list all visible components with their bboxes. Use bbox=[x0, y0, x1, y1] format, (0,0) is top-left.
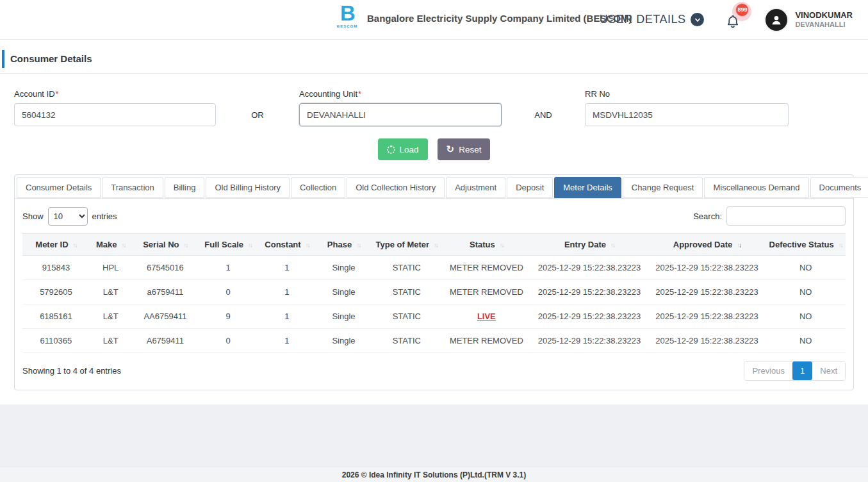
accounting-unit-label: Accounting Unit* bbox=[299, 89, 502, 99]
show-label: Show bbox=[22, 212, 44, 221]
cell-make: L&T bbox=[90, 280, 132, 304]
accounting-unit-field-group: Accounting Unit* bbox=[299, 89, 502, 126]
cell-entry-date: 2025-12-29 15:22:38.23223 bbox=[530, 304, 648, 329]
section-header: Consumer Details bbox=[0, 45, 868, 74]
tab-deposit[interactable]: Deposit bbox=[507, 177, 553, 198]
col-meter-id[interactable]: Meter ID bbox=[22, 234, 90, 256]
meter-details-table: Meter ID Make Serial No Full Scale Const… bbox=[22, 233, 846, 353]
cell-constant: 1 bbox=[258, 280, 316, 304]
sort-icon bbox=[73, 242, 77, 249]
cell-approved-date: 2025-12-29 15:22:38.23223 bbox=[648, 329, 766, 353]
col-phase[interactable]: Phase bbox=[316, 234, 371, 256]
cell-defective-status: NO bbox=[766, 280, 846, 304]
logo-letter: B bbox=[335, 3, 359, 24]
cell-approved-date: 2025-12-29 15:22:38.23223 bbox=[648, 280, 766, 304]
col-type-of-meter[interactable]: Type of Meter bbox=[371, 234, 442, 256]
notification-badge: 899 bbox=[735, 3, 749, 17]
required-asterisk: * bbox=[358, 89, 361, 99]
tab-miscellaneous-demand[interactable]: Miscellaneous Demand bbox=[704, 177, 808, 198]
chevron-down-icon bbox=[691, 13, 704, 26]
tab-old-collection-history[interactable]: Old Collection History bbox=[347, 177, 445, 198]
background-spacer bbox=[0, 404, 868, 467]
load-button[interactable]: Load bbox=[378, 138, 428, 160]
col-approved-date[interactable]: Approved Date bbox=[648, 234, 766, 256]
account-id-field-group: Account ID* bbox=[14, 89, 216, 126]
col-make[interactable]: Make bbox=[90, 234, 132, 256]
reset-button[interactable]: Reset bbox=[438, 138, 491, 160]
person-icon bbox=[769, 13, 783, 27]
cell-meter-id: 6110365 bbox=[22, 329, 90, 353]
col-serial-no[interactable]: Serial No bbox=[131, 234, 199, 256]
pagination-next[interactable]: Next bbox=[812, 362, 845, 380]
cell-full-scale: 0 bbox=[199, 280, 258, 304]
cell-status: METER REMOVED bbox=[443, 256, 531, 280]
pagination-previous[interactable]: Previous bbox=[744, 362, 792, 380]
page-title: Consumer Details bbox=[10, 53, 92, 64]
tab-old-billing-history[interactable]: Old Billing History bbox=[206, 177, 290, 198]
col-defective-status[interactable]: Defective Status bbox=[766, 234, 846, 256]
cell-phase: Single bbox=[316, 256, 371, 280]
cell-type-of-meter: STATIC bbox=[371, 280, 442, 304]
sort-icon bbox=[500, 242, 504, 249]
cell-constant: 1 bbox=[258, 304, 316, 329]
page-size-control: Show 10 entries bbox=[22, 207, 117, 226]
cell-type-of-meter: STATIC bbox=[371, 304, 442, 329]
tab-collection[interactable]: Collection bbox=[291, 177, 345, 198]
col-status[interactable]: Status bbox=[443, 234, 531, 256]
tab-billing[interactable]: Billing bbox=[165, 177, 205, 198]
tab-meter-details[interactable]: Meter Details bbox=[554, 177, 621, 198]
cell-make: L&T bbox=[90, 304, 132, 329]
tab-transaction[interactable]: Transaction bbox=[102, 177, 163, 198]
table-row: 5792605 L&T a6759411 0 1 Single STATIC M… bbox=[22, 280, 846, 304]
sort-icon bbox=[184, 242, 188, 249]
app-footer: 2026 © Idea Infinity IT Solutions (P)Ltd… bbox=[0, 467, 868, 482]
cell-defective-status: NO bbox=[766, 256, 846, 280]
cell-defective-status: NO bbox=[766, 304, 846, 329]
user-menu[interactable]: VINODKUMAR DEVANAHALLI bbox=[764, 8, 853, 32]
app-header: B BESCOM Bangalore Electricity Supply Co… bbox=[0, 0, 868, 40]
col-full-scale[interactable]: Full Scale bbox=[199, 234, 258, 256]
tab-adjustment[interactable]: Adjustment bbox=[446, 177, 505, 198]
rr-no-input[interactable] bbox=[585, 103, 789, 126]
consumer-search-form: Account ID* OR Accounting Unit* AND RR N… bbox=[0, 74, 868, 126]
cell-meter-id: 915843 bbox=[22, 256, 90, 280]
sort-icon bbox=[121, 242, 125, 249]
table-header-row: Meter ID Make Serial No Full Scale Const… bbox=[22, 234, 846, 256]
rr-no-field-group: RR No bbox=[585, 89, 789, 126]
entries-label: entries bbox=[92, 212, 117, 221]
sort-icon bbox=[737, 242, 741, 249]
col-entry-date[interactable]: Entry Date bbox=[530, 234, 648, 256]
pagination-page-1[interactable]: 1 bbox=[792, 362, 812, 380]
cell-defective-status: NO bbox=[766, 329, 846, 353]
page-size-select[interactable]: 10 bbox=[48, 207, 88, 226]
tab-change-request[interactable]: Change Request bbox=[623, 177, 703, 198]
table-row: 6110365 L&T A6759411 0 1 Single STATIC M… bbox=[22, 329, 846, 353]
col-constant[interactable]: Constant bbox=[258, 234, 316, 256]
sort-icon bbox=[839, 242, 842, 249]
tab-documents[interactable]: Documents bbox=[810, 177, 868, 198]
search-input[interactable] bbox=[726, 206, 846, 226]
account-id-input[interactable] bbox=[14, 103, 216, 126]
avatar bbox=[764, 8, 789, 32]
spinner-icon bbox=[387, 145, 395, 154]
header-right: USER DETAILS 899 VINODKUMAR DEVAN bbox=[600, 7, 856, 33]
cell-status: METER REMOVED bbox=[443, 280, 531, 304]
cell-phase: Single bbox=[316, 304, 371, 329]
username: VINODKUMAR bbox=[795, 10, 853, 21]
rr-no-label: RR No bbox=[585, 89, 789, 99]
refresh-icon bbox=[446, 144, 455, 155]
cell-full-scale: 9 bbox=[199, 304, 258, 329]
tab-strip: Consumer Details Transaction Billing Old… bbox=[15, 175, 853, 199]
sort-icon bbox=[610, 242, 614, 249]
cell-phase: Single bbox=[316, 329, 371, 353]
tab-consumer-details[interactable]: Consumer Details bbox=[17, 177, 101, 198]
cell-type-of-meter: STATIC bbox=[371, 256, 442, 280]
cell-make: HPL bbox=[90, 256, 132, 280]
cell-meter-id: 5792605 bbox=[22, 280, 90, 304]
live-status-link[interactable]: LIVE bbox=[477, 312, 496, 321]
cell-full-scale: 0 bbox=[199, 329, 258, 353]
accounting-unit-input[interactable] bbox=[299, 103, 502, 126]
notification-bell[interactable]: 899 bbox=[723, 7, 745, 33]
search-label: Search: bbox=[693, 212, 722, 221]
bescom-logo: B BESCOM bbox=[335, 3, 359, 28]
